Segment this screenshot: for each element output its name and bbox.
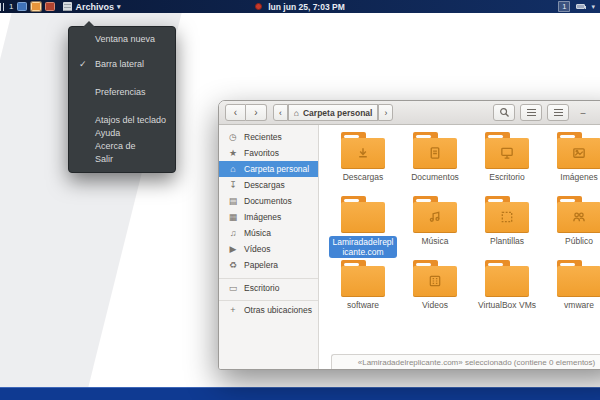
download-icon: ↧ (228, 180, 238, 190)
path-scroll-left-button[interactable]: ‹ (273, 104, 288, 121)
sidebar-item-videos[interactable]: ▶Vídeos (219, 241, 318, 257)
system-tray: 1 ▾ (558, 1, 600, 12)
activities-icon[interactable] (0, 3, 5, 11)
files-window: ‹ › ‹ ⌂ Carpeta personal › – ▢ (218, 100, 600, 370)
status-bar: «Lamiradadelreplicante.com» seleccionado… (331, 354, 600, 369)
menu-item-about[interactable]: Acerca de (69, 140, 175, 153)
star-icon: ★ (228, 148, 238, 158)
window-toolbar: ‹ › ‹ ⌂ Carpeta personal › – ▢ (219, 101, 600, 125)
taskbar: 1 Archivos ▾ (0, 0, 124, 13)
folder-videos[interactable]: Videos (399, 260, 471, 324)
window-chip-red-icon[interactable] (45, 2, 55, 11)
window-chip-orange-icon[interactable] (31, 2, 41, 11)
forward-button[interactable]: › (246, 104, 267, 121)
sidebar-item-documentos[interactable]: ▤Documentos (219, 193, 318, 209)
battery-icon[interactable] (576, 4, 585, 9)
menu-item-quit[interactable]: Salir (69, 153, 175, 166)
folder-plantillas[interactable]: Plantillas (471, 196, 543, 260)
templates-emblem-icon (500, 209, 515, 224)
sidebar-item-otras-ubicaciones[interactable]: +Otras ubicaciones (219, 300, 318, 317)
wallpaper-bottom-band (0, 387, 600, 400)
top-bar: 1 Archivos ▾ lun jun 25, 7:03 PM 1 ▾ (0, 0, 600, 13)
sidebar-item-favoritos[interactable]: ★Favoritos (219, 145, 318, 161)
folder-documentos[interactable]: Documentos (399, 132, 471, 196)
sidebar: ◷Recientes ★Favoritos ⌂Carpeta personal … (219, 125, 319, 369)
sidebar-item-descargas[interactable]: ↧Descargas (219, 177, 318, 193)
clock[interactable]: lun jun 25, 7:03 PM (268, 2, 345, 12)
back-button[interactable]: ‹ (225, 104, 246, 121)
menu-item-shortcuts[interactable]: Atajos del teclado (69, 114, 175, 127)
video-icon: ▶ (228, 244, 238, 254)
chevron-down-icon: ▾ (117, 3, 121, 11)
search-button[interactable] (493, 104, 515, 121)
home-icon: ⌂ (294, 108, 299, 118)
window-body: ◷Recientes ★Favoritos ⌂Carpeta personal … (219, 125, 600, 369)
music-emblem-icon (428, 209, 443, 224)
menu-button[interactable] (547, 104, 569, 121)
trash-icon: ♻ (228, 260, 238, 270)
folder-virtualbox-vms[interactable]: VirtualBox VMs (471, 260, 543, 324)
folder-lamiradadelreplicante[interactable]: Lamiradadelreplicante.com (327, 196, 399, 260)
folder-musica[interactable]: Música (399, 196, 471, 260)
image-emblem-icon (572, 145, 587, 160)
workspace-indicator[interactable]: 1 (9, 2, 13, 11)
plus-icon: + (228, 305, 238, 315)
toolbar-right: – ▢ (493, 104, 600, 121)
hamburger-icon (554, 109, 563, 116)
folder-imagenes[interactable]: Imágenes (543, 132, 600, 196)
nav-buttons: ‹ › (225, 104, 267, 121)
clock-icon: ◷ (228, 132, 238, 142)
app-menu-label: Archivos (75, 2, 114, 12)
selection-status-text: «Lamiradadelreplicante.com» seleccionado… (358, 358, 595, 367)
keyboard-layout-indicator[interactable]: 1 (558, 1, 570, 12)
app-menu-button[interactable]: Archivos ▾ (59, 0, 124, 13)
path-scroll-right-button[interactable]: › (378, 104, 393, 121)
folder-publico[interactable]: Público (543, 196, 600, 260)
folder-escritorio[interactable]: Escritorio (471, 132, 543, 196)
folder-vmware[interactable]: vmware (543, 260, 600, 324)
status-indicator-icon[interactable] (255, 3, 262, 10)
sidebar-item-papelera[interactable]: ♻Papelera (219, 257, 318, 273)
menu-item-preferences[interactable]: Preferencias (69, 86, 175, 99)
minimize-button[interactable]: – (574, 108, 592, 118)
document-icon: ▤ (228, 196, 238, 206)
selected-folder-label: Lamiradadelreplicante.com (329, 236, 397, 258)
files-app-icon (63, 2, 72, 11)
sidebar-item-musica[interactable]: ♫Música (219, 225, 318, 241)
sidebar-item-recientes[interactable]: ◷Recientes (219, 129, 318, 145)
system-menu-caret-icon[interactable]: ▾ (591, 3, 595, 11)
menu-item-new-window[interactable]: Ventana nueva (69, 33, 175, 46)
list-view-icon (527, 109, 536, 116)
folder-descargas[interactable]: Descargas (327, 132, 399, 196)
video-emblem-icon (428, 273, 443, 288)
folder-grid: Descargas Documentos Escritorio Imágenes (319, 125, 600, 369)
sidebar-item-escritorio[interactable]: ▭Escritorio (219, 278, 318, 295)
home-icon: ⌂ (228, 164, 238, 174)
check-icon: ✓ (79, 58, 87, 71)
sidebar-item-carpeta-personal[interactable]: ⌂Carpeta personal (219, 161, 318, 177)
desktop-icon: ▭ (228, 283, 238, 293)
window-chip-blue-icon[interactable] (17, 2, 27, 11)
path-bar: ‹ ⌂ Carpeta personal › (273, 104, 393, 121)
document-emblem-icon (428, 145, 443, 160)
path-current-location[interactable]: ⌂ Carpeta personal (288, 104, 379, 121)
desktop-emblem-icon (500, 145, 515, 160)
app-menu-dropdown: Ventana nueva ✓ Barra lateral Preferenci… (68, 26, 176, 173)
menu-item-help[interactable]: Ayuda (69, 127, 175, 140)
sidebar-item-imagenes[interactable]: ▦Imágenes (219, 209, 318, 225)
path-location-label: Carpeta personal (303, 108, 372, 118)
image-icon: ▦ (228, 212, 238, 222)
desktop: 1 Archivos ▾ lun jun 25, 7:03 PM 1 ▾ Ven… (0, 0, 600, 400)
folder-software[interactable]: software (327, 260, 399, 324)
public-emblem-icon (572, 209, 587, 224)
menu-item-sidebar[interactable]: ✓ Barra lateral (69, 58, 175, 71)
download-emblem-icon (356, 145, 371, 160)
search-icon (499, 107, 510, 118)
music-icon: ♫ (228, 228, 238, 238)
view-toggle-button[interactable] (520, 104, 542, 121)
